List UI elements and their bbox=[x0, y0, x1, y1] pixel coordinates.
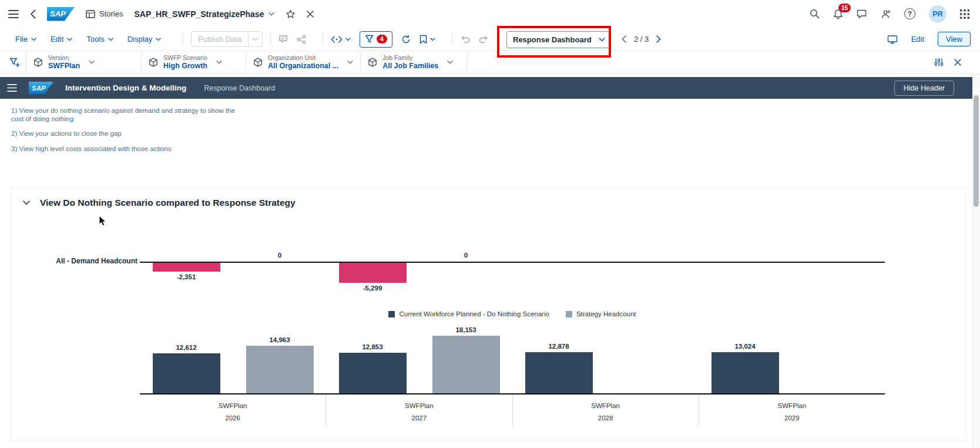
back-icon[interactable] bbox=[30, 9, 36, 19]
bookmark-icon[interactable] bbox=[419, 35, 435, 44]
story-toolbar: File Edit Tools Display Publish Data 4 bbox=[0, 28, 980, 51]
undo-icon[interactable] bbox=[460, 35, 470, 44]
axis-category-label: SWFPlan2028 bbox=[512, 394, 699, 426]
menu-tools[interactable]: Tools bbox=[86, 35, 113, 44]
story-filter-button[interactable]: 4 bbox=[360, 31, 392, 48]
gap-bar[interactable] bbox=[153, 263, 220, 272]
avatar[interactable]: PR bbox=[929, 5, 947, 23]
intro-line-1: 1) View your do nothing scenario against… bbox=[11, 107, 236, 123]
gap-row-label: All - Demand Headcount bbox=[11, 257, 137, 265]
headcount-bar[interactable] bbox=[246, 346, 314, 393]
favorite-star-icon[interactable] bbox=[286, 9, 296, 19]
bar-value-label: 12,853 bbox=[362, 343, 382, 350]
filter-token-version[interactable]: VersionSWFPlan bbox=[26, 51, 141, 74]
filter-token-swfp-scenario[interactable]: SWFP ScenarioHigh Growth bbox=[141, 51, 246, 74]
chat-icon[interactable] bbox=[857, 9, 867, 19]
menu-icon[interactable] bbox=[8, 10, 19, 18]
chart-legend: Current Workforce Planned - Do Nothing S… bbox=[140, 310, 885, 317]
section-title: View Do Nothing Scenario compared to Res… bbox=[40, 198, 296, 208]
scrollbar[interactable] bbox=[972, 74, 980, 448]
chart-section: View Do Nothing Scenario compared to Res… bbox=[10, 188, 966, 442]
chevron-down-icon bbox=[108, 38, 113, 41]
legend-item[interactable]: Strategy Headcount bbox=[566, 310, 636, 317]
add-filter-icon[interactable] bbox=[9, 58, 20, 68]
chevron-down-icon bbox=[269, 12, 274, 16]
headcount-bar[interactable] bbox=[339, 353, 407, 393]
mouse-cursor bbox=[99, 215, 107, 227]
legend-item[interactable]: Current Workforce Planned - Do Nothing S… bbox=[388, 310, 549, 317]
comment-icon[interactable] bbox=[278, 35, 288, 44]
dimension-cube-icon bbox=[149, 58, 158, 67]
gap-bar-value: -2,351 bbox=[177, 273, 196, 280]
intro-line-2: 2) View your actions to close the gap bbox=[11, 130, 980, 138]
avatar-initials: PR bbox=[932, 10, 942, 18]
scrollbar-thumb[interactable] bbox=[974, 95, 979, 207]
filter-token-organization-unit[interactable]: Organization UnitAll Organizational ... bbox=[246, 51, 360, 74]
chevron-down-icon bbox=[253, 38, 258, 41]
axis-category-label: SWFPlan2027 bbox=[325, 394, 512, 426]
view-mode-button[interactable]: View bbox=[938, 32, 971, 46]
headcount-bar[interactable] bbox=[525, 352, 593, 393]
display-device-icon[interactable] bbox=[887, 35, 898, 44]
filter-options-icon[interactable] bbox=[934, 58, 944, 67]
close-filter-bar-icon[interactable] bbox=[954, 59, 961, 66]
close-story-icon[interactable] bbox=[307, 11, 314, 18]
page-prev-icon[interactable] bbox=[622, 35, 626, 43]
story-header-title: Intervention Design & Modelling bbox=[65, 83, 186, 92]
page-dropdown[interactable]: Response Dashboard bbox=[506, 31, 611, 48]
stories-button[interactable]: Stories bbox=[86, 9, 123, 18]
page-next-icon[interactable] bbox=[656, 35, 661, 43]
legend-label: Strategy Headcount bbox=[576, 310, 636, 317]
toolbar-separator bbox=[452, 33, 452, 46]
linked-analysis-icon[interactable] bbox=[331, 36, 351, 43]
menu-file[interactable]: File bbox=[15, 35, 36, 44]
gap-bar-value: -5,299 bbox=[363, 285, 382, 292]
refresh-icon[interactable] bbox=[401, 35, 411, 44]
gap-bar[interactable] bbox=[339, 263, 407, 283]
notifications-bell-icon[interactable]: 15 bbox=[833, 9, 843, 19]
edit-mode-button[interactable]: Edit bbox=[908, 32, 928, 46]
bar-value-label: 18,153 bbox=[455, 326, 476, 333]
legend-swatch bbox=[388, 311, 395, 317]
gap-zero-label: 0 bbox=[464, 250, 468, 262]
chevron-down-icon bbox=[89, 61, 95, 64]
intro-text-block: 1) View your do nothing scenario against… bbox=[0, 99, 980, 153]
headcount-bar[interactable] bbox=[711, 352, 779, 393]
story-title: SAP_HR_SWFP_StrategizePhase bbox=[134, 9, 264, 19]
chevron-down-icon bbox=[156, 38, 161, 41]
hide-header-button[interactable]: Hide Header bbox=[894, 81, 954, 96]
bar-value-label: 12,612 bbox=[176, 344, 196, 351]
gap-zero-label: 0 bbox=[278, 250, 281, 262]
headcount-bar[interactable] bbox=[432, 336, 500, 393]
chevron-down-icon bbox=[447, 61, 453, 64]
publish-data-button[interactable]: Publish Data bbox=[191, 31, 263, 47]
chevron-down-icon bbox=[599, 38, 605, 42]
share-icon[interactable] bbox=[297, 35, 306, 44]
dimension-cube-icon bbox=[368, 58, 377, 67]
legend-swatch bbox=[566, 311, 572, 317]
axis-category-label: SWFPlan2026 bbox=[140, 394, 325, 426]
filter-token-job-family[interactable]: Job FamilyAll Job Families bbox=[360, 51, 467, 74]
chevron-down-icon bbox=[430, 38, 435, 41]
chevron-down-icon bbox=[347, 61, 353, 64]
menu-display[interactable]: Display bbox=[127, 35, 162, 44]
app-finder-grid-icon[interactable] bbox=[960, 9, 969, 19]
redo-icon[interactable] bbox=[479, 35, 489, 44]
story-header-page-label: Response Dashboard bbox=[204, 84, 275, 92]
section-header: View Do Nothing Scenario compared to Res… bbox=[11, 188, 966, 208]
bar-value-label: 14,963 bbox=[269, 336, 290, 343]
collaboration-icon[interactable] bbox=[880, 9, 891, 19]
section-collapse-icon[interactable] bbox=[23, 200, 30, 205]
headcount-chart: 12,61214,96312,85318,15312,87813,024 bbox=[140, 325, 885, 393]
menu-edit[interactable]: Edit bbox=[51, 35, 72, 44]
headcount-bar[interactable] bbox=[153, 353, 220, 393]
story-menu-icon[interactable] bbox=[7, 84, 17, 92]
search-icon[interactable] bbox=[810, 9, 820, 19]
stories-icon bbox=[86, 10, 95, 18]
help-icon[interactable]: ? bbox=[904, 8, 915, 19]
intro-line-3: 3) View high level costs associated with… bbox=[11, 145, 980, 153]
page-content: 1) View your do nothing scenario against… bbox=[0, 99, 980, 448]
gap-chart: -2,3510-5,2990 bbox=[140, 250, 885, 300]
x-axis-labels: SWFPlan2026SWFPlan2027SWFPlan2028SWFPlan… bbox=[140, 394, 885, 426]
story-title-dropdown[interactable]: SAP_HR_SWFP_StrategizePhase bbox=[134, 9, 274, 19]
